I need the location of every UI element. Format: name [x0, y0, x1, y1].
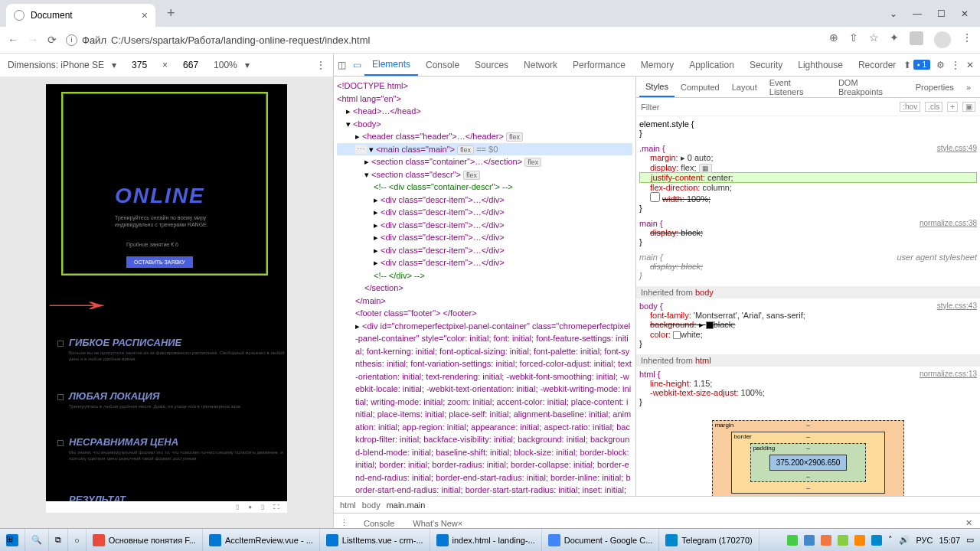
- maximize-icon[interactable]: ☐: [937, 8, 946, 19]
- inspect-icon[interactable]: ◫: [334, 60, 349, 70]
- menu-icon[interactable]: ⋮: [962, 31, 972, 48]
- dom-node[interactable]: </main>: [337, 295, 632, 308]
- tray-icon[interactable]: [787, 535, 798, 546]
- extension-icon[interactable]: [910, 31, 923, 45]
- css-rule[interactable]: body {style.css:43 font-family: 'Montser…: [639, 302, 977, 348]
- dom-node[interactable]: <!-- </div> -->: [337, 269, 632, 282]
- tab-dom-breakpoints[interactable]: DOM Breakpoints: [832, 77, 910, 97]
- taskbar-app[interactable]: ListItems.vue - crm-...: [320, 529, 430, 551]
- tab-styles[interactable]: Styles: [639, 77, 675, 97]
- more-icon[interactable]: ⋮: [334, 518, 354, 528]
- taskbar-app[interactable]: AccItemReview.vue - ...: [203, 529, 320, 551]
- more-icon[interactable]: »: [960, 77, 977, 97]
- taskbar-app[interactable]: Основные понятия F...: [87, 529, 203, 551]
- close-icon[interactable]: ✕: [966, 60, 974, 70]
- width-input[interactable]: [124, 60, 155, 70]
- zoom-icon[interactable]: ⊕: [829, 31, 838, 48]
- chevron-up-icon[interactable]: ˄: [888, 535, 893, 545]
- dom-node[interactable]: ▾ <section class="descr"> flex: [337, 168, 632, 181]
- info-icon[interactable]: i: [66, 34, 77, 46]
- tab-event-listeners[interactable]: Event Listeners: [763, 77, 832, 97]
- volume-icon[interactable]: 🔊: [899, 535, 910, 545]
- hov-toggle[interactable]: :hov: [900, 102, 920, 112]
- tab-memory[interactable]: Memory: [633, 54, 681, 76]
- tab-elements[interactable]: Elements: [364, 54, 418, 76]
- dom-node[interactable]: ▸ <div class="descr-item">…</div>: [337, 244, 632, 257]
- notifications-icon[interactable]: ▭: [966, 535, 974, 545]
- zoom-select[interactable]: 100%: [214, 60, 237, 70]
- chevron-down-icon[interactable]: ▾: [112, 60, 116, 70]
- tab-network[interactable]: Network: [516, 54, 565, 76]
- close-icon[interactable]: ×: [142, 9, 148, 21]
- bluetooth-icon[interactable]: [871, 535, 882, 546]
- close-icon[interactable]: ✕: [961, 8, 969, 19]
- filter-input[interactable]: [641, 103, 900, 112]
- close-icon[interactable]: ×: [458, 519, 462, 528]
- taskbar-app[interactable]: Telegram (170270): [659, 529, 759, 551]
- dom-node[interactable]: <!DOCTYPE html>: [337, 80, 632, 93]
- tab-console[interactable]: Console: [418, 54, 467, 76]
- dom-node-selected[interactable]: ⋯ ▾ <main class="main"> flex == $0: [337, 143, 632, 156]
- browser-tab[interactable]: Document ×: [6, 4, 155, 27]
- chevron-down-icon[interactable]: ▾: [245, 60, 250, 70]
- chevron-down-icon[interactable]: ⌄: [890, 8, 897, 19]
- dom-node[interactable]: ▸ <div class="descr-item">…</div>: [337, 194, 632, 207]
- dom-node[interactable]: ▸ <div class="descr-item">…</div>: [337, 206, 632, 219]
- search-button[interactable]: 🔍: [25, 529, 49, 551]
- tab-properties[interactable]: Properties: [910, 77, 960, 97]
- cls-toggle[interactable]: .cls: [925, 102, 942, 112]
- dom-node[interactable]: </section>: [337, 282, 632, 295]
- taskbar-app[interactable]: index.html - landing-...: [430, 529, 542, 551]
- tab-sources[interactable]: Sources: [467, 54, 516, 76]
- dom-node[interactable]: ▸ <div class="descr-item">…</div>: [337, 231, 632, 244]
- profile-icon[interactable]: [934, 31, 951, 48]
- tray-icon[interactable]: [821, 535, 831, 546]
- url-input[interactable]: i Файл C:/Users/spartak/Работа/landing-o…: [66, 34, 820, 46]
- breadcrumbs[interactable]: html body main.main: [334, 496, 980, 513]
- dom-node[interactable]: ▾ <body>: [337, 118, 632, 131]
- tab-recorder[interactable]: Recorder: [851, 54, 903, 76]
- new-tab-button[interactable]: +: [167, 5, 175, 21]
- device-select[interactable]: Dimensions: iPhone SE: [8, 60, 104, 70]
- dom-node[interactable]: ▸ <div class="descr-item">…</div>: [337, 219, 632, 232]
- styles-rules[interactable]: element.style {} .main {style.css:49 mar…: [636, 116, 980, 496]
- back-button[interactable]: ←: [8, 34, 18, 46]
- issues-badge[interactable]: ▪ 1: [913, 60, 930, 70]
- tray-icon[interactable]: [838, 535, 848, 546]
- dom-node[interactable]: ▸ <div id="chromeperfectpixel-panel-cont…: [337, 320, 632, 497]
- taskbar[interactable]: ⊞ 🔍 ⧉ ○ Основные понятия F...AccItemRevi…: [0, 528, 980, 551]
- dom-node[interactable]: <!-- <div class="container-descr"> -->: [337, 181, 632, 194]
- dom-node[interactable]: ▸ <head>…</head>: [337, 105, 632, 118]
- css-rule[interactable]: main {user agent stylesheet display: blo…: [639, 253, 977, 280]
- tab-performance[interactable]: Performance: [565, 54, 633, 76]
- crumb-html[interactable]: html: [340, 500, 356, 510]
- dom-node[interactable]: ▸ <header class="header">…</header> flex: [337, 130, 632, 143]
- star-icon[interactable]: ☆: [869, 31, 879, 48]
- more-icon[interactable]: ⋮: [951, 60, 960, 70]
- css-rule[interactable]: main {normalize.css:38 display: block; }: [639, 219, 977, 246]
- system-tray[interactable]: ˄ 🔊 РУС 15:07 ▭: [787, 535, 980, 546]
- task-view-button[interactable]: ⧉: [49, 529, 68, 551]
- css-rule[interactable]: .main {style.css:49 margin: ▸ 0 auto; di…: [639, 144, 977, 213]
- tab-application[interactable]: Application: [681, 54, 742, 76]
- taskbar-app[interactable]: Document - Google C...: [542, 529, 660, 551]
- css-rule[interactable]: html {normalize.css:13 line-height: 1.15…: [639, 370, 977, 406]
- add-rule-button[interactable]: +: [947, 102, 958, 112]
- dom-node[interactable]: <footer class="footer"> </footer>: [337, 307, 632, 320]
- css-rule[interactable]: element.style {}: [639, 119, 977, 138]
- tab-layout[interactable]: Layout: [726, 77, 763, 97]
- crumb-main[interactable]: main.main: [387, 500, 426, 510]
- language-indicator[interactable]: РУС: [916, 536, 933, 545]
- cta-button[interactable]: ОСТАВИТЬ ЗАЯВКУ: [126, 256, 193, 268]
- reload-button[interactable]: ⟳: [47, 34, 57, 46]
- elements-tree[interactable]: <!DOCTYPE html> <html lang="en"> ▸ <head…: [334, 77, 636, 496]
- height-input[interactable]: [175, 60, 206, 70]
- dom-node[interactable]: <html lang="en">: [337, 93, 632, 106]
- tray-icon[interactable]: [804, 535, 815, 546]
- dom-node[interactable]: ▸ <section class="container">…</section>…: [337, 155, 632, 168]
- dom-node[interactable]: ▸ <div class="descr-item">…</div>: [337, 256, 632, 269]
- viewport[interactable]: ONLINE Тренируйтесь онлайн по всему миру…: [0, 77, 333, 551]
- start-button[interactable]: ⊞: [0, 529, 25, 551]
- device-icon[interactable]: ▭: [349, 60, 364, 70]
- crumb-body[interactable]: body: [362, 500, 381, 510]
